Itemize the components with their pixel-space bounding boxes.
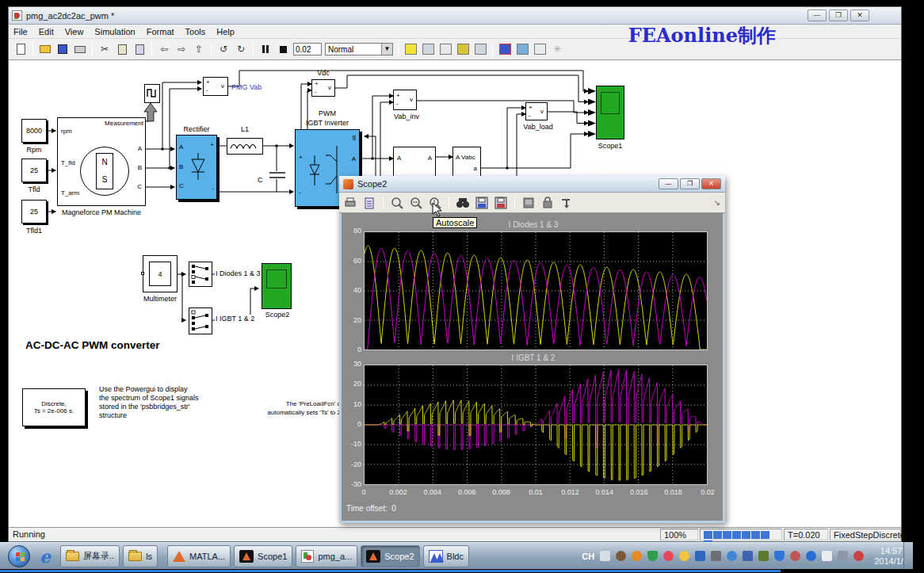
close-button[interactable]: ✕ (850, 10, 869, 21)
xtick-label: 0.006 (451, 488, 483, 496)
ytick-label: -30 (342, 480, 361, 488)
float-scope-icon[interactable] (521, 196, 536, 210)
tray-orange-dot-icon[interactable] (632, 551, 642, 561)
scope-print-icon[interactable] (343, 196, 357, 210)
scope2-minimize-button[interactable]: — (659, 178, 678, 189)
forward-icon[interactable]: ⇨ (174, 43, 189, 56)
tray-yellow-cloud-icon[interactable] (679, 551, 689, 561)
recording-border (0, 570, 781, 572)
tray-usb-icon[interactable] (758, 551, 769, 561)
tray-phone-icon[interactable] (822, 551, 832, 561)
tray-blue-swirl-icon[interactable] (727, 551, 737, 561)
tray-blue-app-icon[interactable] (695, 551, 705, 561)
menu-simulation[interactable]: Simulation (94, 27, 135, 36)
tray-mute-icon[interactable] (853, 551, 864, 561)
language-indicator[interactable]: CH (582, 552, 594, 561)
taskbar-item-matlab[interactable]: MATLA... (167, 545, 231, 567)
dropdown-arrow-icon[interactable]: ▼ (381, 44, 392, 55)
scope2-restore-button[interactable]: ❐ (680, 178, 700, 189)
save-axes-settings-icon[interactable] (475, 196, 489, 210)
status-sim-time: T=0.020 (784, 529, 828, 541)
tray-people-icon[interactable] (790, 551, 800, 561)
system-tray: CH 14:572014/1/1 (582, 546, 913, 567)
zoom-xy-icon[interactable] (390, 196, 404, 210)
xtick-label: 0 (348, 488, 380, 496)
status-progress-bar (700, 529, 782, 541)
minimize-button[interactable]: — (808, 10, 827, 21)
taskbar-item-ls[interactable]: ls (123, 545, 158, 567)
menu-file[interactable]: File (13, 27, 28, 36)
title-bar[interactable]: pmg_ac2dc2ac_pwm * — ❐ ✕ (9, 7, 901, 25)
lock-axes-icon[interactable] (540, 196, 555, 210)
restore-button[interactable]: ❐ (829, 10, 848, 21)
back-icon[interactable]: ⇦ (157, 43, 171, 56)
update-diagram-icon[interactable] (456, 43, 470, 56)
xtick-label: 0.012 (554, 488, 586, 496)
taskbar-item-scope1[interactable]: Scope1 (234, 545, 292, 567)
scope-parameters-icon[interactable] (362, 196, 376, 210)
undo-icon[interactable]: ↺ (216, 43, 231, 56)
save-icon[interactable] (55, 43, 70, 56)
start-button[interactable] (8, 545, 30, 567)
refresh-blocks-icon[interactable] (438, 43, 452, 56)
up-icon[interactable]: ⇧ (192, 43, 206, 56)
xtick-label: 0.018 (658, 488, 689, 496)
model-browser-icon[interactable] (533, 43, 547, 56)
build-icon[interactable] (473, 43, 487, 56)
scope2-close-button[interactable]: ✕ (701, 178, 721, 189)
show-desktop-button[interactable] (903, 542, 913, 569)
taskbar-item-scope2[interactable]: Scope2 (361, 545, 419, 567)
stop-simulation-icon[interactable] (276, 43, 290, 56)
open-model-icon[interactable] (38, 43, 52, 56)
tray-display-icon[interactable] (838, 551, 848, 561)
plot2-axes[interactable] (364, 365, 708, 485)
menu-format[interactable]: Format (147, 27, 174, 36)
tray-green-shield-icon[interactable] (647, 551, 658, 561)
model-advisor-icon[interactable] (515, 43, 529, 56)
autoscale-icon[interactable] (456, 196, 470, 210)
scope2-toolbar: ↘ (339, 193, 725, 213)
model-explorer-icon[interactable] (421, 43, 435, 56)
simulink-debugger-icon[interactable] (498, 43, 512, 56)
xtick-label: 0.014 (589, 488, 620, 496)
tray-monitor-icon[interactable] (711, 551, 721, 561)
tray-recorder-icon[interactable] (616, 551, 626, 561)
menu-help[interactable]: Help (216, 27, 235, 36)
pause-simulation-icon[interactable] (258, 43, 273, 56)
plot1-axes[interactable] (364, 231, 708, 350)
library-browser-icon[interactable] (403, 43, 418, 56)
internet-explorer-icon[interactable]: e (40, 546, 51, 567)
redo-icon[interactable]: ↻ (234, 43, 248, 56)
menu-tools[interactable]: Tools (185, 27, 206, 36)
ytick-label: 20 (342, 316, 361, 324)
mouse-cursor (432, 202, 443, 218)
xtick-label: 0.004 (417, 488, 449, 496)
taskbar-item-screenrec[interactable]: 屏幕录.. (60, 545, 120, 567)
tray-keyboard-icon[interactable] (600, 551, 610, 561)
restore-axes-settings-icon[interactable] (494, 196, 508, 210)
tray-red-badge-icon[interactable] (663, 551, 674, 561)
simulation-stop-time-field[interactable] (293, 43, 322, 55)
zoom-x-icon[interactable] (409, 196, 423, 210)
cut-icon[interactable]: ✂ (97, 43, 112, 56)
simulation-mode-select[interactable]: Normal▼ (325, 43, 393, 55)
print-icon[interactable] (73, 43, 87, 56)
scope2-title-bar[interactable]: Scope2 — ❐ ✕ (339, 176, 725, 193)
taskbar-item-pmg[interactable]: pmg_a... (296, 545, 357, 567)
menu-edit[interactable]: Edit (39, 27, 54, 36)
tray-card-icon[interactable] (743, 551, 753, 561)
ytick-label: -20 (342, 460, 361, 468)
menu-view[interactable]: View (65, 27, 84, 36)
tray-bluetooth-icon[interactable] (806, 551, 816, 561)
signal-selection-icon[interactable] (559, 196, 574, 210)
folder-icon (66, 552, 79, 561)
matlab-icon (173, 551, 185, 562)
tray-shield-check-icon[interactable] (774, 551, 785, 561)
ytick-label: 60 (342, 257, 361, 265)
new-model-icon[interactable] (13, 43, 28, 56)
copy-icon[interactable] (115, 43, 129, 56)
fan-icon: ✳ (550, 43, 564, 56)
taskbar-item-bldc[interactable]: Bldc (423, 545, 469, 567)
status-bar: Running 100% T=0.020 FixedStepDiscrete (9, 527, 901, 541)
paste-icon[interactable] (132, 43, 147, 56)
